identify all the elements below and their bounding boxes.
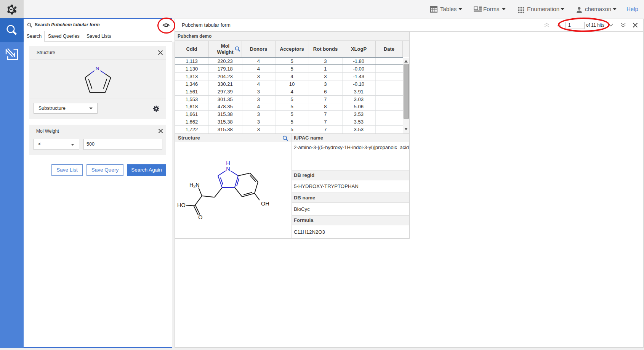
svg-text:HO: HO (177, 202, 186, 208)
svg-text:OH: OH (261, 201, 269, 207)
svg-text:N: N (96, 66, 99, 71)
svg-text:N: N (226, 166, 230, 172)
svg-text:H2N: H2N (189, 182, 200, 189)
svg-text:O: O (198, 214, 202, 220)
